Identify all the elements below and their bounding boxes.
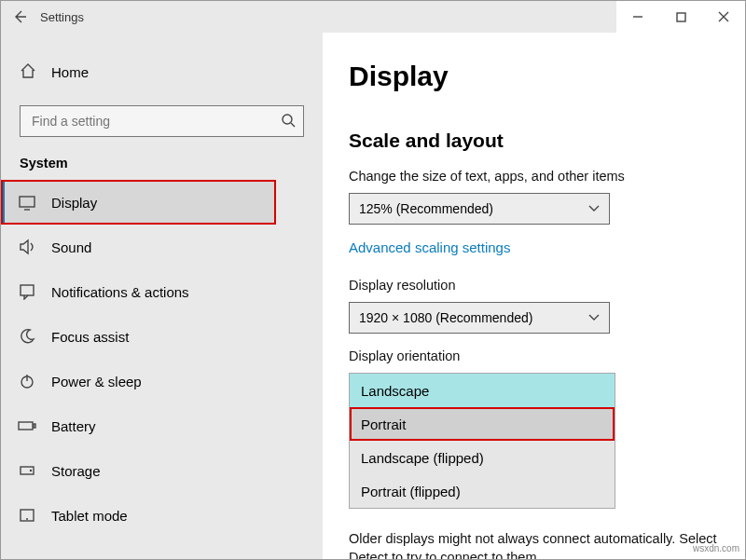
search-icon [281,113,296,130]
close-icon [718,11,729,22]
svg-point-1 [283,115,292,124]
sidebar-item-storage[interactable]: Storage [1,448,323,493]
sidebar-item-display[interactable]: Display [1,180,276,225]
settings-window: Settings Home [0,0,746,560]
minimize-icon [632,11,643,22]
sidebar: Home System Display [1,33,323,559]
sidebar-item-label: Storage [51,463,101,479]
resolution-label: Display resolution [349,278,719,293]
moon-icon [18,327,36,346]
search-box[interactable] [20,105,304,137]
main-panel: Display Scale and layout Change the size… [323,33,745,559]
home-label: Home [51,64,89,80]
maximize-button[interactable] [659,1,702,33]
option-label: Portrait (flipped) [361,484,461,499]
home-link[interactable]: Home [1,53,323,90]
storage-icon [18,461,36,480]
search-input[interactable] [30,113,281,130]
option-label: Landscape (flipped) [361,450,484,466]
orientation-option-landscape-flipped[interactable]: Landscape (flipped) [350,441,615,474]
resolution-combo[interactable]: 1920 × 1080 (Recommended) [349,302,610,334]
maximize-icon [676,12,686,22]
sidebar-item-label: Battery [51,418,96,434]
notifications-icon [18,282,36,301]
titlebar: Settings [1,1,745,33]
sidebar-item-label: Sound [51,239,91,255]
orientation-listbox[interactable]: Landscape Portrait Landscape (flipped) P… [349,373,615,509]
orientation-label: Display orientation [349,348,719,363]
display-icon [18,193,36,212]
sound-icon [18,238,36,256]
sidebar-item-notifications[interactable]: Notifications & actions [1,269,323,314]
power-icon [18,372,36,390]
section-scale-layout: Scale and layout [349,130,719,152]
window-title: Settings [38,10,84,24]
sidebar-item-label: Notifications & actions [51,284,189,300]
orientation-option-portrait[interactable]: Portrait [350,407,615,441]
home-icon [20,62,36,82]
sidebar-item-label: Display [51,195,97,211]
sidebar-item-tablet-mode[interactable]: Tablet mode [1,493,323,538]
sidebar-item-label: Tablet mode [51,508,128,524]
sidebar-item-label: Power & sleep [51,374,142,389]
orientation-option-landscape[interactable]: Landscape [350,374,615,407]
sidebar-item-sound[interactable]: Sound [1,225,323,269]
svg-rect-0 [677,13,685,21]
resolution-value: 1920 × 1080 (Recommended) [359,310,532,325]
detect-note: Older displays might not always connect … [349,529,719,559]
close-button[interactable] [702,1,745,33]
svg-rect-2 [20,197,35,207]
minimize-button[interactable] [616,1,659,33]
page-title: Display [349,61,719,92]
back-button[interactable] [1,1,38,33]
section-system: System [1,156,323,180]
nav-list: Display Sound Notifications & actions [1,180,323,538]
watermark: wsxdn.com [693,543,739,553]
svg-point-8 [30,470,32,471]
sidebar-item-power-sleep[interactable]: Power & sleep [1,359,323,403]
option-label: Portrait [361,417,406,432]
chevron-down-icon [588,203,600,214]
scale-label: Change the size of text, apps, and other… [349,169,719,184]
arrow-left-icon [12,9,27,24]
tablet-icon [18,506,36,525]
sidebar-item-battery[interactable]: Battery [1,403,323,448]
svg-rect-6 [34,424,35,428]
scale-value: 125% (Recommended) [359,201,493,216]
chevron-down-icon [588,312,600,323]
svg-rect-3 [21,285,34,295]
sidebar-item-label: Focus assist [51,329,129,345]
advanced-scaling-link[interactable]: Advanced scaling settings [349,239,510,255]
scale-combo[interactable]: 125% (Recommended) [349,193,610,225]
sidebar-item-focus-assist[interactable]: Focus assist [1,314,323,359]
orientation-option-portrait-flipped[interactable]: Portrait (flipped) [350,474,615,508]
window-controls [616,1,745,33]
svg-rect-5 [19,422,33,430]
battery-icon [18,417,36,435]
option-label: Landscape [361,383,429,399]
